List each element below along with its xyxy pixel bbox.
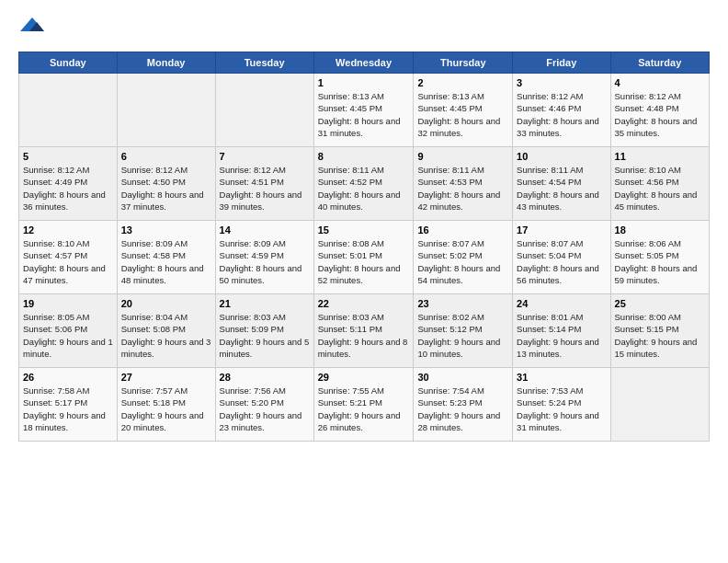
day-cell: 29Sunrise: 7:55 AMSunset: 5:21 PMDayligh… — [313, 368, 414, 442]
day-cell: 25Sunrise: 8:00 AMSunset: 5:15 PMDayligh… — [610, 294, 709, 368]
day-info: Sunrise: 7:57 AMSunset: 5:18 PMDaylight:… — [121, 385, 211, 433]
day-info: Sunrise: 8:10 AMSunset: 4:57 PMDaylight:… — [23, 237, 113, 286]
day-cell: 4Sunrise: 8:12 AMSunset: 4:48 PMDaylight… — [610, 74, 709, 147]
day-cell: 18Sunrise: 8:06 AMSunset: 5:05 PMDayligh… — [610, 221, 709, 294]
weekday-header-wednesday: Wednesday — [313, 52, 414, 74]
day-cell: 2Sunrise: 8:13 AMSunset: 4:45 PMDaylight… — [414, 74, 513, 147]
day-cell: 19Sunrise: 8:05 AMSunset: 5:06 PMDayligh… — [19, 294, 118, 368]
day-info: Sunrise: 8:12 AMSunset: 4:46 PMDaylight:… — [517, 90, 606, 139]
day-cell: 6Sunrise: 8:12 AMSunset: 4:50 PMDaylight… — [117, 147, 215, 221]
day-number: 11 — [615, 151, 705, 162]
day-cell: 21Sunrise: 8:03 AMSunset: 5:09 PMDayligh… — [215, 294, 313, 368]
day-cell: 23Sunrise: 8:02 AMSunset: 5:12 PMDayligh… — [414, 294, 513, 368]
day-cell: 8Sunrise: 8:11 AMSunset: 4:52 PMDaylight… — [313, 147, 414, 221]
day-cell — [610, 368, 709, 442]
weekday-header-saturday: Saturday — [610, 52, 709, 74]
day-info: Sunrise: 8:12 AMSunset: 4:49 PMDaylight:… — [23, 164, 113, 213]
day-number: 17 — [517, 224, 606, 236]
day-cell: 10Sunrise: 8:11 AMSunset: 4:54 PMDayligh… — [513, 147, 610, 221]
day-info: Sunrise: 8:05 AMSunset: 5:06 PMDaylight:… — [23, 311, 113, 360]
day-number: 29 — [318, 372, 410, 383]
day-info: Sunrise: 8:03 AMSunset: 5:09 PMDaylight:… — [220, 311, 310, 360]
day-cell: 16Sunrise: 8:07 AMSunset: 5:02 PMDayligh… — [414, 221, 513, 294]
day-number: 22 — [318, 298, 410, 309]
day-info: Sunrise: 8:09 AMSunset: 4:58 PMDaylight:… — [121, 237, 211, 286]
day-cell — [117, 74, 215, 147]
day-number: 6 — [121, 151, 211, 162]
day-cell: 9Sunrise: 8:11 AMSunset: 4:53 PMDaylight… — [414, 147, 513, 221]
day-number: 19 — [23, 298, 113, 309]
day-info: Sunrise: 7:56 AMSunset: 5:20 PMDaylight:… — [220, 385, 310, 433]
day-number: 7 — [220, 151, 310, 162]
weekday-header-tuesday: Tuesday — [215, 52, 313, 74]
day-cell: 15Sunrise: 8:08 AMSunset: 5:01 PMDayligh… — [313, 221, 414, 294]
day-info: Sunrise: 8:11 AMSunset: 4:52 PMDaylight:… — [318, 164, 410, 213]
day-number: 26 — [23, 372, 113, 383]
calendar-table: SundayMondayTuesdayWednesdayThursdayFrid… — [18, 52, 710, 442]
week-row-3: 12Sunrise: 8:10 AMSunset: 4:57 PMDayligh… — [19, 221, 710, 294]
day-cell: 27Sunrise: 7:57 AMSunset: 5:18 PMDayligh… — [117, 368, 215, 442]
day-number: 4 — [615, 77, 705, 88]
day-number: 16 — [417, 224, 508, 236]
day-cell: 31Sunrise: 7:53 AMSunset: 5:24 PMDayligh… — [513, 368, 610, 442]
day-number: 10 — [517, 151, 606, 162]
day-cell: 5Sunrise: 8:12 AMSunset: 4:49 PMDaylight… — [19, 147, 118, 221]
day-info: Sunrise: 8:06 AMSunset: 5:05 PMDaylight:… — [615, 237, 705, 286]
day-number: 25 — [615, 298, 705, 309]
day-number: 12 — [23, 224, 113, 236]
week-row-4: 19Sunrise: 8:05 AMSunset: 5:06 PMDayligh… — [19, 294, 710, 368]
day-info: Sunrise: 8:01 AMSunset: 5:14 PMDaylight:… — [517, 311, 606, 360]
day-info: Sunrise: 8:11 AMSunset: 4:54 PMDaylight:… — [517, 164, 606, 213]
day-number: 3 — [517, 77, 606, 88]
day-info: Sunrise: 8:12 AMSunset: 4:50 PMDaylight:… — [121, 164, 211, 213]
day-info: Sunrise: 8:12 AMSunset: 4:48 PMDaylight:… — [615, 90, 705, 139]
header — [18, 15, 710, 42]
day-info: Sunrise: 8:07 AMSunset: 5:02 PMDaylight:… — [417, 237, 508, 286]
day-info: Sunrise: 8:03 AMSunset: 5:11 PMDaylight:… — [318, 311, 410, 360]
day-cell: 17Sunrise: 8:07 AMSunset: 5:04 PMDayligh… — [513, 221, 610, 294]
day-info: Sunrise: 8:13 AMSunset: 4:45 PMDaylight:… — [318, 90, 410, 139]
day-info: Sunrise: 8:13 AMSunset: 4:45 PMDaylight:… — [417, 90, 508, 139]
page: SundayMondayTuesdayWednesdayThursdayFrid… — [0, 0, 728, 563]
day-cell: 13Sunrise: 8:09 AMSunset: 4:58 PMDayligh… — [117, 221, 215, 294]
day-number: 2 — [417, 77, 508, 88]
day-cell: 12Sunrise: 8:10 AMSunset: 4:57 PMDayligh… — [19, 221, 118, 294]
day-number: 23 — [417, 298, 508, 309]
day-cell: 26Sunrise: 7:58 AMSunset: 5:17 PMDayligh… — [19, 368, 118, 442]
day-number: 20 — [121, 298, 211, 309]
day-cell: 20Sunrise: 8:04 AMSunset: 5:08 PMDayligh… — [117, 294, 215, 368]
day-info: Sunrise: 7:58 AMSunset: 5:17 PMDaylight:… — [23, 385, 113, 433]
day-number: 9 — [417, 151, 508, 162]
day-cell: 14Sunrise: 8:09 AMSunset: 4:59 PMDayligh… — [215, 221, 313, 294]
day-info: Sunrise: 8:09 AMSunset: 4:59 PMDaylight:… — [220, 237, 310, 286]
day-cell: 3Sunrise: 8:12 AMSunset: 4:46 PMDaylight… — [513, 74, 610, 147]
day-info: Sunrise: 8:10 AMSunset: 4:56 PMDaylight:… — [615, 164, 705, 213]
day-cell: 11Sunrise: 8:10 AMSunset: 4:56 PMDayligh… — [610, 147, 709, 221]
week-row-1: 1Sunrise: 8:13 AMSunset: 4:45 PMDaylight… — [19, 74, 710, 147]
logo-icon — [18, 15, 46, 42]
day-info: Sunrise: 8:11 AMSunset: 4:53 PMDaylight:… — [417, 164, 508, 213]
day-number: 13 — [121, 224, 211, 236]
day-number: 24 — [517, 298, 606, 309]
day-number: 27 — [121, 372, 211, 383]
day-number: 1 — [318, 77, 410, 88]
week-row-5: 26Sunrise: 7:58 AMSunset: 5:17 PMDayligh… — [19, 368, 710, 442]
day-number: 18 — [615, 224, 705, 236]
day-number: 8 — [318, 151, 410, 162]
day-cell: 1Sunrise: 8:13 AMSunset: 4:45 PMDaylight… — [313, 74, 414, 147]
day-info: Sunrise: 7:54 AMSunset: 5:23 PMDaylight:… — [417, 385, 508, 433]
day-number: 15 — [318, 224, 410, 236]
day-info: Sunrise: 8:02 AMSunset: 5:12 PMDaylight:… — [417, 311, 508, 360]
logo — [18, 15, 50, 42]
day-number: 31 — [517, 372, 606, 383]
day-cell — [19, 74, 118, 147]
day-number: 5 — [23, 151, 113, 162]
weekday-header-thursday: Thursday — [414, 52, 513, 74]
day-info: Sunrise: 8:00 AMSunset: 5:15 PMDaylight:… — [615, 311, 705, 360]
weekday-header-row: SundayMondayTuesdayWednesdayThursdayFrid… — [19, 52, 710, 74]
day-info: Sunrise: 8:08 AMSunset: 5:01 PMDaylight:… — [318, 237, 410, 286]
week-row-2: 5Sunrise: 8:12 AMSunset: 4:49 PMDaylight… — [19, 147, 710, 221]
day-number: 30 — [417, 372, 508, 383]
day-number: 14 — [220, 224, 310, 236]
day-number: 28 — [220, 372, 310, 383]
